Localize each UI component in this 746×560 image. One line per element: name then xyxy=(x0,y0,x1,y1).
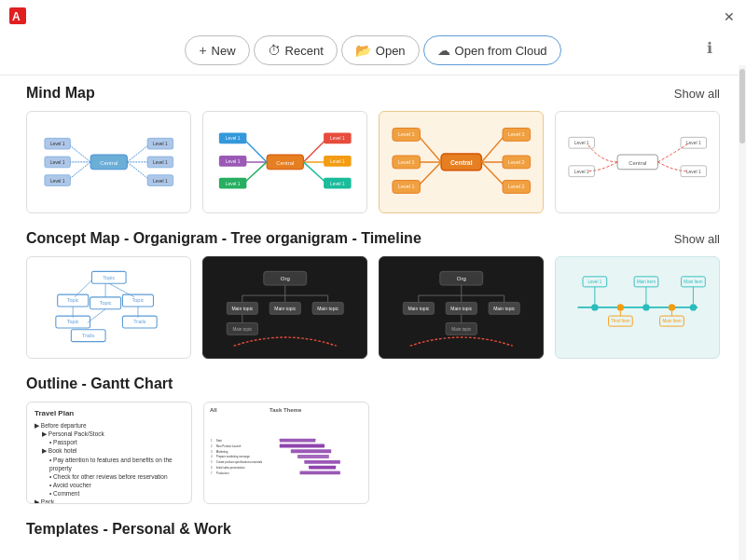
svg-text:Main topic: Main topic xyxy=(451,327,472,332)
outline-content: Travel Plan ▶ Before departure ▶ Persona… xyxy=(27,403,191,504)
svg-text:Level 1: Level 1 xyxy=(398,131,414,137)
svg-text:Marketing: Marketing xyxy=(216,450,228,454)
svg-text:A: A xyxy=(12,10,21,23)
svg-point-141 xyxy=(689,304,696,310)
svg-text:Production: Production xyxy=(216,471,229,475)
svg-text:Main topic: Main topic xyxy=(232,327,253,332)
templates-personal-header: Templates - Personal & Work xyxy=(26,521,720,538)
svg-rect-159 xyxy=(280,439,316,443)
svg-text:5: 5 xyxy=(211,460,213,464)
svg-text:Central: Central xyxy=(276,160,294,166)
new-button[interactable]: + New xyxy=(185,35,249,65)
svg-point-137 xyxy=(669,304,675,310)
new-label: New xyxy=(212,44,236,58)
svg-text:2: 2 xyxy=(211,444,213,448)
svg-text:Level 1: Level 1 xyxy=(153,179,168,184)
svg-text:Main topic: Main topic xyxy=(450,306,472,311)
svg-text:Level 1: Level 1 xyxy=(574,170,589,174)
svg-line-13 xyxy=(127,143,150,162)
svg-text:Topic: Topic xyxy=(67,297,79,303)
concept-card-3[interactable]: Org Main topic Main topic Main topic xyxy=(379,256,544,359)
spacer-2 xyxy=(556,402,720,504)
svg-text:Level 1: Level 1 xyxy=(508,131,524,137)
mind-map-card-3[interactable]: Central Level 1 Level 1 Level 1 Level 1 xyxy=(379,111,544,213)
outline-gantt-title: Outline - Gantt Chart xyxy=(26,376,173,392)
spacer-1 xyxy=(380,402,545,504)
outline-gantt-grid: Travel Plan ▶ Before departure ▶ Persona… xyxy=(26,402,720,504)
concept-map-title: Concept Map - Organigram - Tree organigr… xyxy=(26,230,421,247)
mind-map-show-all[interactable]: Show all xyxy=(674,87,720,101)
clock-icon: ⏱ xyxy=(268,43,281,58)
title-bar: ✕ xyxy=(0,0,746,30)
open-cloud-label: Open from Cloud xyxy=(455,44,547,58)
cloud-icon: ☁ xyxy=(437,43,450,58)
open-label: Open xyxy=(376,44,406,58)
mind-map-header: Mind Map Show all xyxy=(26,85,720,102)
svg-text:Main topic: Main topic xyxy=(317,306,338,311)
svg-text:Central: Central xyxy=(629,160,646,166)
svg-text:Main Item: Main Item xyxy=(662,320,681,324)
open-button[interactable]: 📂 Open xyxy=(341,35,420,65)
svg-line-39 xyxy=(303,162,326,184)
svg-line-44 xyxy=(417,134,441,162)
concept-card-1[interactable]: Topic Topic Topic Topic Topic xyxy=(26,256,191,359)
svg-text:4: 4 xyxy=(211,455,213,458)
svg-text:Level 1: Level 1 xyxy=(330,159,345,164)
svg-line-59 xyxy=(481,162,505,187)
open-cloud-button[interactable]: ☁ Open from Cloud xyxy=(423,35,561,65)
concept-card-4[interactable]: Level 1 Third Item Main Item Main Item xyxy=(555,256,720,359)
svg-text:Level 1: Level 1 xyxy=(49,179,64,184)
svg-text:Central: Central xyxy=(450,159,473,166)
svg-text:New Product Launch: New Product Launch xyxy=(216,444,242,448)
svg-line-53 xyxy=(481,134,505,162)
templates-personal-title: Templates - Personal & Work xyxy=(26,521,231,538)
svg-rect-164 xyxy=(309,466,336,470)
svg-line-50 xyxy=(417,162,441,187)
svg-text:Level 1: Level 1 xyxy=(225,182,240,186)
mind-map-section: Mind Map Show all Central Level 1 xyxy=(26,85,720,213)
recent-button[interactable]: ⏱ Recent xyxy=(254,35,338,65)
scrollbar-thumb xyxy=(739,69,745,143)
svg-text:Level 2: Level 2 xyxy=(508,184,524,190)
templates-personal-section: Templates - Personal & Work xyxy=(26,521,720,538)
outline-card[interactable]: Travel Plan ▶ Before departure ▶ Persona… xyxy=(26,402,192,504)
concept-card-2[interactable]: Org Main topic Main topic Main topic xyxy=(202,256,367,359)
concept-map-grid: Topic Topic Topic Topic Topic xyxy=(26,256,720,359)
svg-text:Start: Start xyxy=(216,439,222,443)
svg-rect-162 xyxy=(297,455,329,458)
scrollbar-track[interactable] xyxy=(739,65,746,560)
mind-map-grid: Central Level 1 Level 1 Level 1 xyxy=(26,111,720,213)
svg-text:Topic: Topic xyxy=(131,297,144,303)
svg-text:Main topic: Main topic xyxy=(493,306,515,311)
svg-text:Main topic: Main topic xyxy=(231,306,253,311)
svg-text:Main topic: Main topic xyxy=(408,306,429,311)
svg-text:Third Item: Third Item xyxy=(611,320,630,324)
concept-map-show-all[interactable]: Show all xyxy=(674,232,720,246)
svg-text:Topic: Topic xyxy=(103,275,115,280)
svg-text:3: 3 xyxy=(211,450,213,454)
app-logo: A xyxy=(9,7,26,24)
close-button[interactable]: ✕ xyxy=(724,10,735,23)
svg-text:Main Item: Main Item xyxy=(684,280,702,284)
gantt-card[interactable]: All Task Theme 1 Start 2 New Product Lau… xyxy=(203,402,369,504)
svg-line-10 xyxy=(67,162,90,181)
svg-text:Org: Org xyxy=(281,276,290,281)
info-icon[interactable]: ℹ xyxy=(707,39,712,57)
svg-text:Level 1: Level 1 xyxy=(686,141,701,145)
svg-text:Main Item: Main Item xyxy=(637,280,656,284)
svg-text:Level 1: Level 1 xyxy=(330,136,345,141)
svg-text:Level 1: Level 1 xyxy=(153,142,168,146)
svg-text:Topic: Topic xyxy=(67,319,79,324)
mind-map-card-1[interactable]: Central Level 1 Level 1 Level 1 xyxy=(26,111,191,213)
svg-text:Level 2: Level 2 xyxy=(508,159,524,165)
mind-map-card-2[interactable]: Central Level 1 Level 1 Level 1 Level 1 xyxy=(202,111,367,213)
toolbar: + New ⏱ Recent 📂 Open ☁ Open from Cloud … xyxy=(0,30,746,75)
outline-gantt-section: Outline - Gantt Chart Travel Plan ▶ Befo… xyxy=(26,376,720,504)
mind-map-card-4[interactable]: Central Level 1 Level 1 Level 1 Level 1 xyxy=(555,111,720,213)
svg-line-19 xyxy=(127,162,150,181)
svg-rect-165 xyxy=(299,471,339,474)
svg-text:Level 1: Level 1 xyxy=(225,136,240,141)
svg-text:Level 1: Level 1 xyxy=(153,160,168,165)
svg-text:Level 1: Level 1 xyxy=(587,280,601,284)
svg-text:Level 1: Level 1 xyxy=(398,159,414,165)
